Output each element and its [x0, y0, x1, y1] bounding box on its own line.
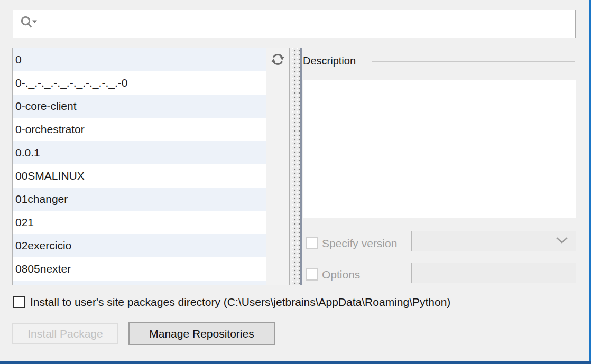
package-list-item[interactable]: 0-core-client: [13, 95, 266, 118]
package-list-item[interactable]: 0.0.1: [13, 141, 266, 164]
package-list-panel: 00-._.-._.-._.-._.-._.-._.-00-core-clien…: [12, 48, 290, 285]
splitter-handle[interactable]: [292, 48, 302, 285]
options-checkbox[interactable]: [306, 268, 318, 281]
window-border-right: [589, 0, 591, 364]
scrollbar-track[interactable]: [266, 48, 289, 285]
package-list-item[interactable]: 0: [13, 48, 266, 71]
user-site-label: Install to user's site packages director…: [30, 296, 450, 309]
install-package-button[interactable]: Install Package: [12, 323, 118, 344]
package-list-item[interactable]: 00SMALINUX: [13, 164, 266, 188]
search-input[interactable]: [13, 10, 576, 38]
user-site-checkbox[interactable]: [13, 296, 25, 308]
description-label: Description: [303, 55, 356, 67]
description-box: [303, 80, 576, 218]
package-list-item[interactable]: 0805nexter: [13, 257, 266, 281]
search-input-field[interactable]: [42, 10, 575, 38]
options-input[interactable]: [411, 263, 576, 283]
specify-version-label: Specify version: [322, 237, 397, 250]
package-list-item[interactable]: 02exercicio: [13, 234, 266, 257]
refresh-button[interactable]: [266, 48, 289, 72]
refresh-icon: [270, 51, 286, 70]
package-list[interactable]: 00-._.-._.-._.-._.-._.-._.-00-core-clien…: [13, 48, 266, 285]
chevron-down-icon: [556, 237, 568, 246]
specify-version-checkbox[interactable]: [306, 237, 318, 249]
search-icon[interactable]: [20, 15, 38, 33]
package-list-item[interactable]: 01changer: [13, 188, 266, 211]
window-border-bottom: [0, 361, 591, 364]
options-label: Options: [322, 268, 360, 281]
package-list-item[interactable]: 0-._.-._.-._.-._.-._.-._.-0: [13, 71, 266, 95]
version-select[interactable]: [411, 231, 576, 251]
package-list-filler-row: [13, 281, 266, 285]
description-separator: [372, 61, 575, 62]
manage-repositories-button[interactable]: Manage Repositories: [128, 322, 275, 345]
package-list-item[interactable]: 021: [13, 211, 266, 234]
package-list-item[interactable]: 0-orchestrator: [13, 118, 266, 141]
